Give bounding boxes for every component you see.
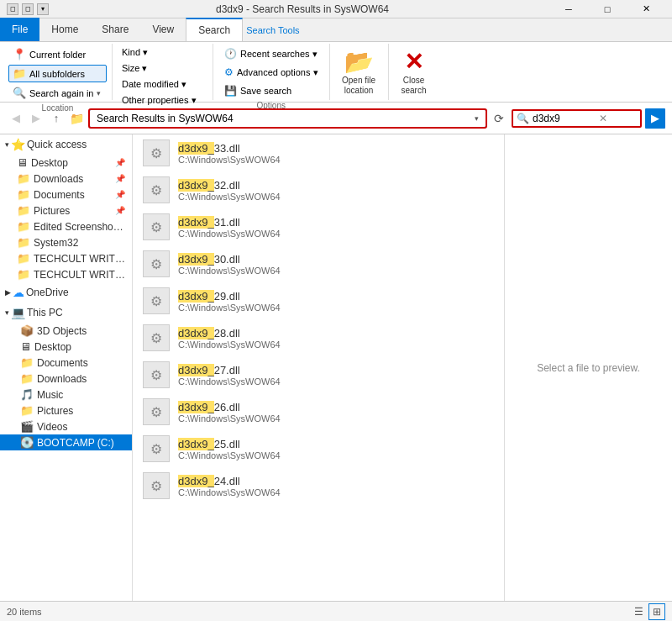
search-again-icon: 🔍 xyxy=(13,87,26,99)
sidebar-item-desktop-pc[interactable]: 🖥 Desktop xyxy=(0,339,132,355)
minimize-button[interactable]: ─ xyxy=(549,0,588,18)
sidebar-item-downloads-qa[interactable]: 📁 Downloads 📌 xyxy=(0,171,132,187)
sidebar-section-thispc[interactable]: ▾ 💻 This PC xyxy=(0,303,132,323)
file-item[interactable]: ⚙d3dx9_29.dllC:\Windows\SysWOW64 xyxy=(133,282,504,319)
file-path: C:\Windows\SysWOW64 xyxy=(178,303,281,313)
thispc-icon: 💻 xyxy=(11,306,25,319)
refresh-button[interactable]: ⟳ xyxy=(490,109,508,128)
file-name: d3dx9_25.dll xyxy=(178,438,281,450)
kind-button[interactable]: Kind ▾ xyxy=(118,45,207,60)
thispc-arrow: ▾ xyxy=(5,308,9,317)
dll-file-icon: ⚙ xyxy=(143,324,170,351)
search-tools-label: Search Tools xyxy=(246,25,299,35)
ribbon-group-refine: Kind ▾ Size ▾ Date modified ▾ Other prop… xyxy=(113,44,213,100)
title-bar-title: d3dx9 - Search Results in SysWOW64 xyxy=(55,3,549,15)
file-item[interactable]: ⚙d3dx9_27.dllC:\Windows\SysWOW64 xyxy=(133,356,504,393)
size-button[interactable]: Size ▾ xyxy=(118,61,207,76)
sidebar-section-quick-access[interactable]: ▾ ⭐ Quick access xyxy=(0,134,132,155)
tab-share[interactable]: Share xyxy=(90,18,140,41)
current-folder-button[interactable]: 📍 Current folder xyxy=(8,45,107,63)
dll-file-icon: ⚙ xyxy=(143,176,170,203)
view-icons-button[interactable]: ⊞ xyxy=(648,603,665,620)
dll-file-icon: ⚙ xyxy=(143,287,170,314)
file-item[interactable]: ⚙d3dx9_24.dllC:\Windows\SysWOW64 xyxy=(133,467,504,504)
sidebar-item-pictures-pc[interactable]: 📁 Pictures xyxy=(0,403,132,418)
file-item[interactable]: ⚙d3dx9_25.dllC:\Windows\SysWOW64 xyxy=(133,430,504,467)
file-path: C:\Windows\SysWOW64 xyxy=(178,266,281,276)
sidebar-section-onedrive[interactable]: ▶ ☁ OneDrive xyxy=(0,282,132,303)
sidebar-item-3dobjects[interactable]: 📦 3D Objects xyxy=(0,323,132,339)
search-again-arrow: ▾ xyxy=(97,89,101,97)
date-modified-button[interactable]: Date modified ▾ xyxy=(118,77,207,92)
file-info: d3dx9_25.dllC:\Windows\SysWOW64 xyxy=(178,438,281,460)
sidebar-item-bootcamp[interactable]: 💽 BOOTCAMP (C:) xyxy=(0,434,132,450)
file-info: d3dx9_32.dllC:\Windows\SysWOW64 xyxy=(178,179,281,202)
recent-searches-button[interactable]: 🕐 Recent searches ▾ xyxy=(220,45,323,62)
file-path: C:\Windows\SysWOW64 xyxy=(178,192,281,202)
onedrive-icon: ☁ xyxy=(13,286,24,299)
file-item[interactable]: ⚙d3dx9_31.dllC:\Windows\SysWOW64 xyxy=(133,208,504,245)
save-search-button[interactable]: 💾 Save search xyxy=(220,82,323,99)
file-item[interactable]: ⚙d3dx9_33.dllC:\Windows\SysWOW64 xyxy=(133,134,504,171)
file-list-scroll[interactable]: ⚙d3dx9_33.dllC:\Windows\SysWOW64⚙d3dx9_3… xyxy=(133,134,504,601)
file-item[interactable]: ⚙d3dx9_30.dllC:\Windows\SysWOW64 xyxy=(133,245,504,282)
sidebar-item-videos[interactable]: 🎬 Videos xyxy=(0,418,132,434)
file-name: d3dx9_30.dll xyxy=(178,253,281,266)
advanced-options-button[interactable]: ⚙ Advanced options ▾ xyxy=(220,64,323,81)
sidebar-item-music[interactable]: 🎵 Music xyxy=(0,387,132,403)
sidebar-item-documents-qa[interactable]: 📁 Documents 📌 xyxy=(0,187,132,203)
search-box[interactable]: 🔍 ✕ xyxy=(512,109,642,128)
file-item[interactable]: ⚙d3dx9_26.dllC:\Windows\SysWOW64 xyxy=(133,393,504,430)
title-bar-icon1: ◻ xyxy=(7,3,18,15)
search-again-button[interactable]: 🔍 Search again in ▾ xyxy=(8,84,107,102)
pictures-pc-icon: 📁 xyxy=(20,404,34,417)
file-info: d3dx9_24.dllC:\Windows\SysWOW64 xyxy=(178,475,281,497)
tab-search[interactable]: Search xyxy=(186,18,243,41)
file-name: d3dx9_26.dll xyxy=(178,401,281,413)
other-properties-button[interactable]: Other properties ▾ xyxy=(118,93,207,108)
file-path: C:\Windows\SysWOW64 xyxy=(178,413,281,424)
open-file-icon: 📂 xyxy=(344,48,374,76)
file-info: d3dx9_31.dllC:\Windows\SysWOW64 xyxy=(178,216,281,239)
up-button[interactable]: ↑ xyxy=(47,109,66,128)
search-input[interactable] xyxy=(533,113,596,124)
restore-button[interactable]: □ xyxy=(588,0,627,18)
tab-view[interactable]: View xyxy=(140,18,186,41)
sidebar-item-documents-pc[interactable]: 📁 Documents xyxy=(0,355,132,371)
sidebar-item-system32[interactable]: 📁 System32 xyxy=(0,234,132,250)
desktop-pc-icon: 🖥 xyxy=(20,340,31,353)
file-path: C:\Windows\SysWOW64 xyxy=(178,487,281,497)
sidebar-item-desktop-qa[interactable]: 🖥 Desktop 📌 xyxy=(0,155,132,171)
dll-file-icon: ⚙ xyxy=(143,361,170,388)
file-name: d3dx9_31.dll xyxy=(178,216,281,229)
address-path-box[interactable]: Search Results in SysWOW64 ▾ xyxy=(89,109,486,128)
quick-access-arrow: ▾ xyxy=(5,140,9,149)
search-clear-button[interactable]: ✕ xyxy=(599,113,607,124)
close-search-button[interactable]: ✕ Closesearch xyxy=(389,44,439,100)
file-name: d3dx9_32.dll xyxy=(178,179,281,192)
forward-button[interactable]: ▶ xyxy=(27,109,45,128)
tab-file[interactable]: File xyxy=(0,18,39,41)
open-file-location-button[interactable]: 📂 Open filelocation xyxy=(330,44,389,100)
tab-home[interactable]: Home xyxy=(39,18,90,41)
downloads-icon-qa: 📁 xyxy=(17,172,30,185)
3dobjects-icon: 📦 xyxy=(20,324,34,337)
file-item[interactable]: ⚙d3dx9_32.dllC:\Windows\SysWOW64 xyxy=(133,171,504,208)
file-item[interactable]: ⚙d3dx9_28.dllC:\Windows\SysWOW64 xyxy=(133,319,504,356)
bootcamp-icon: 💽 xyxy=(20,436,34,449)
search-go-button[interactable]: ▶ xyxy=(645,108,665,129)
dll-file-icon: ⚙ xyxy=(143,398,170,425)
close-search-icon: ✕ xyxy=(404,48,423,76)
sidebar-item-downloads-pc[interactable]: 📁 Downloads xyxy=(0,371,132,387)
back-button[interactable]: ◀ xyxy=(7,109,25,128)
sidebar-item-techcult2[interactable]: 📁 TECHCULT WRITING xyxy=(0,266,132,282)
dll-file-icon: ⚙ xyxy=(143,139,170,166)
all-subfolders-button[interactable]: 📁 All subfolders xyxy=(8,65,107,82)
sidebar-item-pictures-qa[interactable]: 📁 Pictures 📌 xyxy=(0,203,132,218)
sidebar-item-techcult1[interactable]: 📁 TECHCULT WRITING xyxy=(0,250,132,266)
file-path: C:\Windows\SysWOW64 xyxy=(178,339,281,350)
sidebar-item-edited-screenshots[interactable]: 📁 Edited Screenshots W xyxy=(0,218,132,234)
view-details-button[interactable]: ☰ xyxy=(630,603,647,620)
close-button[interactable]: ✕ xyxy=(627,0,665,18)
downloads-pc-icon: 📁 xyxy=(20,372,34,385)
